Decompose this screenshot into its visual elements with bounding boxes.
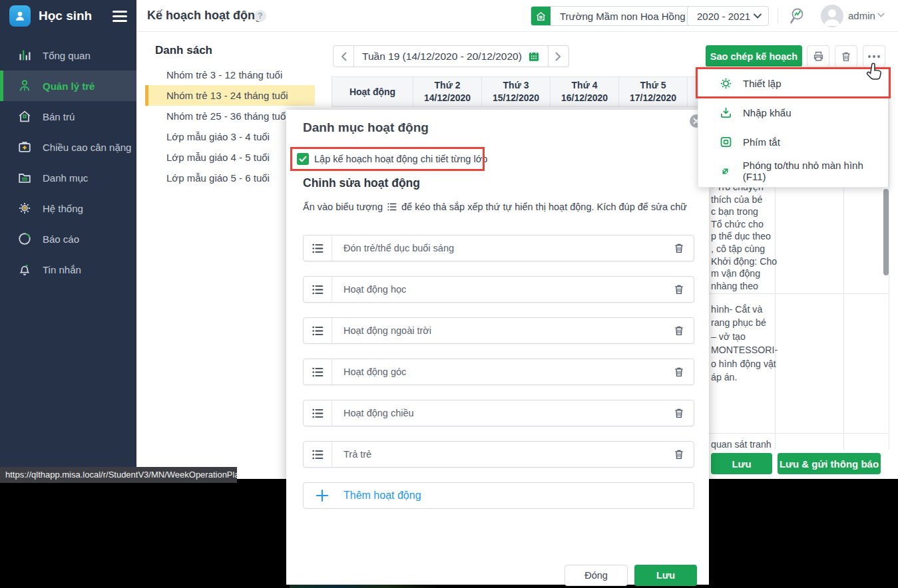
activity-label[interactable]: Hoạt động ngoài trời [332, 325, 664, 336]
day-name: Thứ 4 [572, 79, 598, 92]
activity-row: Hoạt động chiều [303, 400, 694, 426]
edit-activities-section-title: Chỉnh sửa hoạt động [303, 176, 420, 190]
day-date: 14/12/2020 [424, 92, 471, 104]
table-cell-text-fragment: rang phục bé [711, 316, 778, 329]
screenshot-root: Học sinh Tổng quan Quản lý trẻ Bán trú C… [0, 0, 898, 588]
class-list-item[interactable]: Nhóm trẻ 13 - 24 tháng tuổi [145, 85, 315, 106]
activity-row: Đón trẻ/thể dục buổi sáng [303, 235, 694, 261]
drag-handle-icon[interactable] [304, 442, 332, 467]
delete-button[interactable] [835, 45, 857, 67]
checkbox-label[interactable]: Lập kế hoạch hoạt động chi tiết từng lớp [314, 154, 487, 164]
trash-icon[interactable] [664, 325, 694, 337]
table-cell-text-fragment: Tổ chức cho [711, 218, 777, 231]
menu-item-nhap-khau[interactable]: Nhập khẩu [698, 98, 888, 127]
table-cell-fragment-row3: quan sát tranh [711, 438, 772, 451]
activity-column-header: Hoạt động [332, 77, 413, 106]
class-list-item[interactable]: Nhóm trẻ 3 - 12 tháng tuổi [145, 65, 315, 85]
menu-item-label: Thiết lập [743, 78, 782, 89]
sidebar: Học sinh Tổng quan Quản lý trẻ Bán trú C… [0, 0, 136, 467]
print-button[interactable] [807, 45, 829, 67]
sidebar-item-danh-muc[interactable]: Danh mục [0, 162, 136, 193]
day-column-header: Thứ 4 16/12/2020 [551, 77, 619, 106]
activity-catalog-modal: Danh mục hoạt động Lập kế hoạch hoạt độn… [286, 110, 709, 585]
sidebar-item-label: Tin nhắn [43, 264, 81, 275]
user-menu-chevron-icon[interactable] [877, 13, 885, 17]
table-cell-text-fragment: áp án. [711, 370, 778, 384]
calendar-icon [528, 51, 540, 63]
modal-close-button[interactable]: Đóng [564, 565, 628, 586]
sidebar-item-chieu-cao-can-nang[interactable]: Chiều cao cân nặng [0, 132, 136, 162]
app-logo-icon [9, 5, 31, 27]
sidebar-item-quan-ly-tre[interactable]: Quản lý trẻ [0, 71, 136, 101]
table-cell-text-fragment: , cô tập cùng [711, 243, 777, 255]
sidebar-item-label: Quản lý trẻ [43, 80, 95, 92]
activity-list: Đón trẻ/thể dục buổi sáng Hoạt động học [303, 235, 694, 482]
day-column-header: Thứ 5 17/12/2020 [619, 77, 688, 106]
trash-icon[interactable] [664, 283, 694, 295]
status-url-tooltip: https://qlthapp.misa.local/r/StudentV3/M… [0, 467, 237, 483]
resize-arrows-icon [718, 164, 733, 178]
drag-handle-icon[interactable] [304, 318, 332, 343]
ellipsis-icon [867, 55, 881, 59]
chevron-down-icon [754, 13, 762, 19]
school-year-value: 2020 - 2021 [697, 11, 750, 22]
username[interactable]: admin [848, 10, 875, 21]
table-cell-text-fragment: – vở tạo [711, 330, 778, 343]
school-selector[interactable]: Trường Mầm non Hoa Hồng [531, 6, 696, 26]
trash-icon[interactable] [664, 448, 694, 460]
trash-icon[interactable] [664, 242, 694, 254]
school-year-select[interactable]: 2020 - 2021 [687, 6, 769, 26]
modal-save-button[interactable]: Lưu [634, 565, 697, 586]
activity-label[interactable]: Hoạt động chiều [332, 408, 664, 418]
home-icon [16, 108, 33, 125]
instruction-suffix: để kéo thả sắp xếp thứ tự hiển thị hoạt … [401, 202, 687, 212]
vertical-scrollbar[interactable] [883, 189, 889, 275]
next-week-button[interactable] [549, 46, 568, 67]
sidebar-item-tin-nhan[interactable]: Tin nhắn [0, 254, 136, 285]
help-icon[interactable]: ? [254, 10, 266, 22]
activity-label[interactable]: Trả trẻ [332, 449, 664, 460]
activity-row: Hoạt động góc [303, 359, 694, 385]
class-list-title: Danh sách [155, 44, 212, 57]
week-selector[interactable]: Tuần 19 (14/12/2020 - 20/12/2020) [353, 46, 549, 67]
keyboard-shortcut-icon [718, 134, 733, 149]
table-row-border [709, 433, 889, 434]
search-icon[interactable] [789, 6, 809, 26]
gear-icon [718, 76, 733, 90]
sidebar-item-bao-cao[interactable]: Báo cáo [0, 223, 136, 254]
sidebar-item-tong-quan[interactable]: Tổng quan [0, 40, 136, 71]
save-and-notify-button[interactable]: Lưu & gửi thông báo [778, 453, 881, 474]
table-cell-text-fragment: nhàng theo [711, 280, 777, 293]
day-columns: Thứ 2 14/12/2020 Thứ 3 15/12/2020 Thứ 4 … [413, 77, 688, 106]
activity-label[interactable]: Hoạt động học [332, 284, 664, 295]
activity-row: Hoạt động học [303, 276, 694, 303]
menu-item-label: Phóng to/thu nhỏ màn hình (F11) [743, 160, 888, 182]
check-icon [299, 156, 307, 162]
day-name: Thứ 5 [640, 79, 666, 92]
save-plan-button[interactable]: Lưu [711, 453, 772, 474]
day-column-header: Thứ 2 14/12/2020 [413, 77, 482, 106]
copy-plan-button[interactable]: Sao chép kế hoạch [706, 45, 802, 67]
sidebar-item-he-thong[interactable]: Hệ thống [0, 193, 136, 223]
trash-icon[interactable] [664, 407, 694, 419]
trash-icon[interactable] [664, 366, 694, 378]
school-home-icon [531, 7, 551, 25]
drag-handle-icon[interactable] [304, 400, 332, 426]
activity-label[interactable]: Hoạt động góc [332, 367, 664, 377]
add-activity-button[interactable]: Thêm hoạt động [303, 482, 694, 509]
more-options-button[interactable] [863, 45, 885, 67]
drag-handle-icon[interactable] [304, 359, 332, 384]
menu-item-phim-tat[interactable]: Phím tắt [698, 127, 888, 156]
user-avatar[interactable] [821, 5, 843, 27]
menu-item-thiet-lap[interactable]: Thiết lập [698, 69, 888, 98]
hamburger-menu-icon[interactable] [112, 11, 127, 22]
menu-item-fullscreen[interactable]: Phóng to/thu nhỏ màn hình (F11) [698, 156, 888, 186]
table-cell-fragment-row2: hình- Cắt vàrang phục bé– vở tạoMONTESSO… [711, 303, 778, 384]
sidebar-item-ban-tru[interactable]: Bán trú [0, 101, 136, 132]
drag-handle-icon[interactable] [304, 235, 332, 261]
drag-handle-icon[interactable] [304, 277, 332, 302]
week-label: Tuần 19 (14/12/2020 - 20/12/2020) [362, 51, 522, 63]
previous-week-button[interactable] [334, 46, 353, 67]
detail-per-class-checkbox[interactable] [297, 153, 309, 165]
activity-label[interactable]: Đón trẻ/thể dục buổi sáng [332, 243, 664, 253]
